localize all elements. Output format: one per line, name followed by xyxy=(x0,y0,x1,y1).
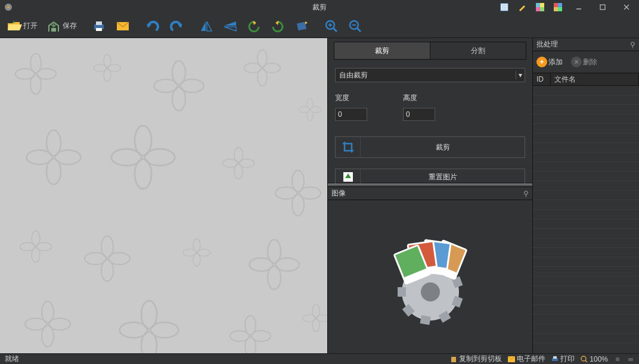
svg-rect-59 xyxy=(553,356,557,359)
svg-rect-62 xyxy=(616,357,619,361)
close-button[interactable] xyxy=(619,2,634,13)
folder-open-icon xyxy=(7,18,22,34)
rotate-left-icon xyxy=(246,18,262,34)
redo-button[interactable] xyxy=(166,17,187,36)
rotate-left-button[interactable] xyxy=(243,17,265,36)
status-bar: 就绪 复制到剪切板 电子邮件 打印 100% xyxy=(0,353,639,364)
palette-small-icon[interactable] xyxy=(535,2,545,12)
recycle-icon xyxy=(336,169,361,185)
rotate-right-icon xyxy=(270,18,286,34)
open-button[interactable]: 打开 xyxy=(4,17,41,36)
table-row xyxy=(533,238,639,248)
height-label: 高度 xyxy=(403,93,435,103)
image-canvas[interactable] xyxy=(0,38,327,353)
redo-icon xyxy=(169,18,184,34)
batch-title: 批处理 xyxy=(536,39,558,49)
main-area: 裁剪 分割 自由裁剪 ▾ 宽度 高度 裁剪 xyxy=(0,38,639,353)
zoom-out-icon xyxy=(348,18,363,34)
print-button[interactable] xyxy=(88,17,110,36)
zoom-out-button[interactable] xyxy=(345,17,366,36)
clipboard-icon xyxy=(450,356,457,363)
image-panel: 图像 ⚲ xyxy=(328,187,532,353)
svg-rect-6 xyxy=(536,3,540,7)
svg-rect-9 xyxy=(540,7,544,11)
crop-icon xyxy=(336,137,361,157)
table-row xyxy=(533,114,639,124)
table-row xyxy=(533,133,639,143)
crop-mode-select[interactable]: 自由裁剪 ▾ xyxy=(335,68,525,82)
palette-large-icon[interactable] xyxy=(553,2,563,12)
tab-split[interactable]: 分割 xyxy=(430,42,526,59)
col-filename[interactable]: 文件名 xyxy=(551,73,639,85)
status-ready: 就绪 xyxy=(5,354,19,364)
crop-button[interactable]: 裁剪 xyxy=(335,136,525,158)
pencil-icon[interactable] xyxy=(517,2,527,12)
table-row xyxy=(533,86,639,95)
table-row xyxy=(533,276,639,286)
note-icon[interactable] xyxy=(500,2,509,12)
svg-rect-63 xyxy=(628,358,633,361)
open-label: 打开 xyxy=(23,21,38,31)
batch-remove-button[interactable]: × 删除 xyxy=(571,57,597,67)
email-button[interactable] xyxy=(112,17,134,36)
status-zoom[interactable]: 100% xyxy=(581,355,608,363)
reset-button-label: 重置图片 xyxy=(361,169,525,185)
app-icon xyxy=(4,2,13,12)
svg-rect-38 xyxy=(398,287,406,297)
svg-line-25 xyxy=(333,28,337,32)
col-id[interactable]: ID xyxy=(533,73,551,85)
svg-rect-20 xyxy=(96,21,102,25)
reset-image-button[interactable]: 重置图片 xyxy=(335,169,525,185)
side-panel: 裁剪 分割 自由裁剪 ▾ 宽度 高度 裁剪 xyxy=(327,38,533,353)
table-row xyxy=(533,181,639,191)
minimize-button[interactable] xyxy=(571,2,587,13)
status-extra1[interactable] xyxy=(614,356,621,363)
pin-icon[interactable]: ⚲ xyxy=(630,41,635,49)
status-email-button[interactable]: 电子邮件 xyxy=(508,354,545,364)
table-row xyxy=(533,286,639,295)
pin-icon[interactable]: ⚲ xyxy=(523,189,529,198)
svg-rect-21 xyxy=(96,28,102,31)
width-input[interactable] xyxy=(335,108,367,121)
gear-photos-icon xyxy=(377,226,484,328)
flip-h-icon xyxy=(198,18,214,34)
flip-horizontal-button[interactable] xyxy=(196,17,217,36)
crop-split-tabs: 裁剪 分割 xyxy=(334,42,526,60)
undo-button[interactable] xyxy=(142,17,163,36)
maximize-button[interactable] xyxy=(595,2,610,13)
svg-rect-12 xyxy=(554,7,558,11)
save-button[interactable]: 保存 xyxy=(43,17,80,36)
svg-rect-45 xyxy=(420,315,430,325)
flip-vertical-button[interactable] xyxy=(219,17,241,36)
table-row xyxy=(533,324,639,334)
batch-add-button[interactable]: + 添加 xyxy=(536,57,563,67)
table-row xyxy=(533,124,639,133)
chevron-down-icon: ▾ xyxy=(516,71,522,79)
rotate-free-button[interactable] xyxy=(291,17,312,36)
height-input[interactable] xyxy=(403,108,435,121)
batch-remove-label: 删除 xyxy=(583,57,597,67)
main-toolbar: 打开 保存 xyxy=(0,14,639,38)
status-copy-button[interactable]: 复制到剪切板 xyxy=(450,354,502,364)
canvas-pattern xyxy=(0,38,327,353)
status-print-label: 打印 xyxy=(560,354,575,364)
zoom-in-button[interactable] xyxy=(321,17,342,36)
rotate-right-button[interactable] xyxy=(267,17,289,36)
svg-rect-7 xyxy=(540,3,544,7)
status-email-label: 电子邮件 xyxy=(517,354,545,364)
table-row xyxy=(533,229,639,238)
table-row xyxy=(533,257,639,267)
status-extra2[interactable] xyxy=(627,356,634,363)
table-row xyxy=(533,162,639,172)
svg-rect-18 xyxy=(51,28,56,32)
tab-crop[interactable]: 裁剪 xyxy=(334,42,430,59)
status-print-button[interactable]: 打印 xyxy=(551,354,575,364)
svg-point-60 xyxy=(581,356,586,361)
image-thumbnail-area[interactable] xyxy=(328,200,532,353)
svg-point-1 xyxy=(7,6,10,8)
svg-rect-23 xyxy=(297,21,306,30)
table-row xyxy=(533,248,639,257)
table-row xyxy=(533,219,639,229)
image-panel-title: 图像 xyxy=(331,188,346,198)
batch-table-body[interactable] xyxy=(533,86,639,353)
